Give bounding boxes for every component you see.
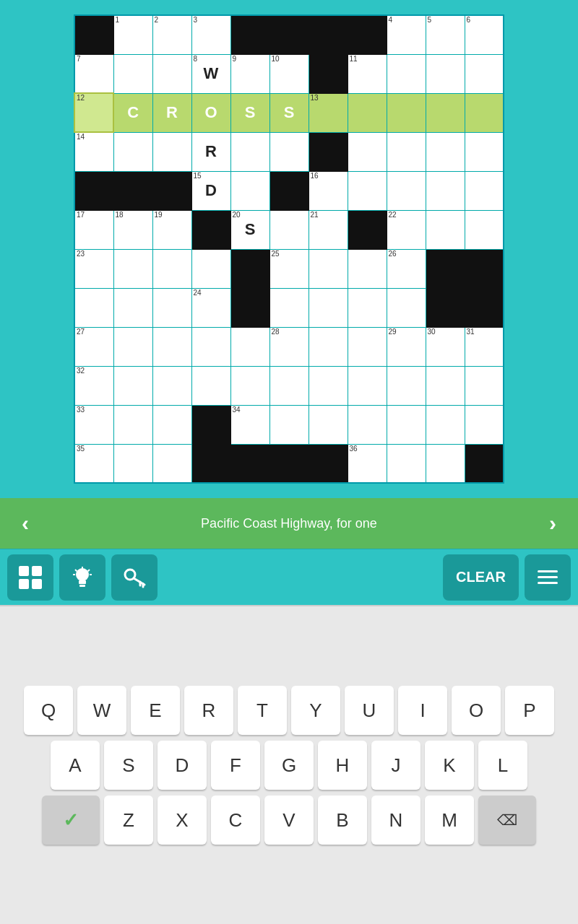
- table-cell[interactable]: [269, 210, 309, 249]
- highlighted-cell[interactable]: [426, 93, 465, 132]
- table-cell[interactable]: 11: [348, 54, 387, 93]
- table-cell[interactable]: 32: [74, 366, 113, 405]
- key-a[interactable]: A: [51, 741, 100, 790]
- table-cell[interactable]: [152, 444, 191, 483]
- table-cell[interactable]: [191, 366, 230, 405]
- table-cell[interactable]: [465, 132, 504, 171]
- table-cell[interactable]: [465, 210, 504, 249]
- table-cell[interactable]: [387, 132, 426, 171]
- highlighted-cell[interactable]: [387, 93, 426, 132]
- table-cell[interactable]: [348, 288, 387, 327]
- table-cell[interactable]: [426, 444, 465, 483]
- table-cell[interactable]: [113, 288, 152, 327]
- table-cell[interactable]: [230, 132, 269, 171]
- table-cell[interactable]: [309, 249, 348, 288]
- table-cell[interactable]: [348, 132, 387, 171]
- key-v[interactable]: V: [264, 796, 314, 845]
- table-cell[interactable]: [113, 327, 152, 366]
- key-y[interactable]: Y: [291, 686, 340, 735]
- clear-button[interactable]: CLEAR: [443, 554, 519, 601]
- table-cell[interactable]: [230, 171, 269, 210]
- table-cell[interactable]: [152, 288, 191, 327]
- table-cell[interactable]: [387, 405, 426, 444]
- table-cell[interactable]: 16: [309, 171, 348, 210]
- table-cell[interactable]: 30: [426, 327, 465, 366]
- table-cell[interactable]: [269, 132, 309, 171]
- next-clue-button[interactable]: ›: [535, 505, 571, 541]
- table-cell[interactable]: 2: [152, 15, 191, 54]
- table-cell[interactable]: [426, 132, 465, 171]
- table-cell[interactable]: 3: [191, 15, 230, 54]
- crossword-grid[interactable]: 1 2 3 4 5 6 7 8W 9 10 11: [74, 14, 504, 484]
- table-cell[interactable]: [348, 249, 387, 288]
- backspace-key[interactable]: ⌫: [478, 796, 536, 845]
- table-cell[interactable]: [387, 54, 426, 93]
- table-cell[interactable]: [113, 366, 152, 405]
- table-cell[interactable]: [309, 288, 348, 327]
- highlighted-cell[interactable]: C: [113, 93, 152, 132]
- table-cell[interactable]: 29: [387, 327, 426, 366]
- table-cell[interactable]: 24: [191, 288, 230, 327]
- table-cell[interactable]: [387, 444, 426, 483]
- table-cell[interactable]: [309, 327, 348, 366]
- highlighted-cell[interactable]: 13: [309, 93, 348, 132]
- table-cell[interactable]: [191, 327, 230, 366]
- key-l[interactable]: L: [478, 741, 527, 790]
- table-cell[interactable]: 5: [426, 15, 465, 54]
- key-button[interactable]: [111, 554, 158, 601]
- table-cell[interactable]: 1: [113, 15, 152, 54]
- table-cell[interactable]: [426, 366, 465, 405]
- table-cell[interactable]: 6: [465, 15, 504, 54]
- table-cell[interactable]: [269, 366, 309, 405]
- key-p[interactable]: P: [505, 686, 554, 735]
- key-u[interactable]: U: [345, 686, 394, 735]
- table-cell[interactable]: [191, 249, 230, 288]
- table-cell[interactable]: 20S: [230, 210, 269, 249]
- key-e[interactable]: E: [131, 686, 180, 735]
- key-q[interactable]: Q: [24, 686, 73, 735]
- prev-clue-button[interactable]: ‹: [7, 505, 43, 541]
- table-cell[interactable]: [348, 366, 387, 405]
- table-cell[interactable]: 22: [387, 210, 426, 249]
- table-cell[interactable]: [387, 366, 426, 405]
- table-cell[interactable]: 7: [74, 54, 113, 93]
- key-z[interactable]: Z: [104, 796, 153, 845]
- key-j[interactable]: J: [371, 741, 420, 790]
- table-cell[interactable]: [113, 132, 152, 171]
- key-h[interactable]: H: [318, 741, 367, 790]
- table-cell[interactable]: 19: [152, 210, 191, 249]
- highlighted-cell[interactable]: [465, 93, 504, 132]
- key-x[interactable]: X: [158, 796, 207, 845]
- table-cell[interactable]: 36: [348, 444, 387, 483]
- key-w[interactable]: W: [77, 686, 126, 735]
- table-cell[interactable]: 21: [309, 210, 348, 249]
- table-cell[interactable]: [230, 366, 269, 405]
- table-cell[interactable]: [387, 171, 426, 210]
- key-s[interactable]: S: [104, 741, 153, 790]
- table-cell[interactable]: [152, 366, 191, 405]
- table-cell[interactable]: [426, 171, 465, 210]
- table-cell[interactable]: 25: [269, 249, 309, 288]
- table-cell[interactable]: [269, 405, 309, 444]
- table-cell[interactable]: 34: [230, 405, 269, 444]
- table-cell[interactable]: [348, 405, 387, 444]
- table-cell[interactable]: [269, 288, 309, 327]
- key-r[interactable]: R: [184, 686, 233, 735]
- table-cell[interactable]: 18: [113, 210, 152, 249]
- table-cell[interactable]: 15D: [191, 171, 230, 210]
- shift-key[interactable]: ✓: [42, 796, 100, 845]
- table-cell[interactable]: 33: [74, 405, 113, 444]
- table-cell[interactable]: [426, 210, 465, 249]
- table-cell[interactable]: [465, 366, 504, 405]
- table-cell[interactable]: [465, 171, 504, 210]
- highlighted-cell[interactable]: S: [269, 93, 309, 132]
- key-f[interactable]: F: [211, 741, 260, 790]
- table-cell[interactable]: [348, 171, 387, 210]
- menu-button[interactable]: [525, 554, 571, 601]
- highlighted-cell[interactable]: S: [230, 93, 269, 132]
- table-cell[interactable]: [152, 54, 191, 93]
- grid-tool-button[interactable]: [7, 554, 53, 601]
- key-d[interactable]: D: [158, 741, 207, 790]
- table-cell[interactable]: 10: [269, 54, 309, 93]
- highlighted-cell[interactable]: R: [152, 93, 191, 132]
